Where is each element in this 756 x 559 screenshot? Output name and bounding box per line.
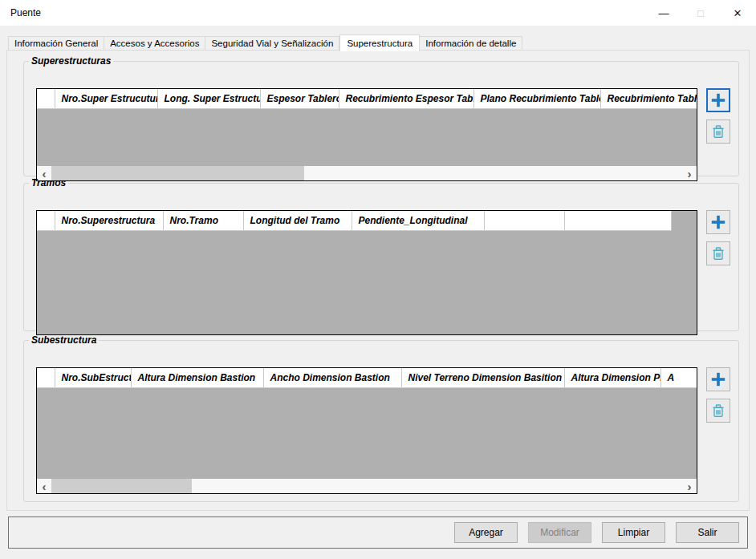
group-title: Subestructura [29, 334, 99, 346]
grid-header-row: Nro.SubEstructura Altura Dimension Basti… [37, 368, 697, 387]
group-subestructura: Subestructura Nro.SubEstructura Altura D… [23, 334, 739, 502]
plus-icon [710, 92, 726, 108]
column-header[interactable]: Altura Dimension Pila [564, 368, 660, 387]
grid-actions [706, 367, 730, 423]
footer-panel: Agregar Modificar Limpiar Salir [8, 516, 748, 549]
column-header[interactable] [484, 211, 564, 230]
column-header[interactable]: Plano Recubrimiento Tablero [474, 89, 600, 108]
grid-header-row: Nro.Superestructura Nro.Tramo Longitud d… [37, 211, 671, 230]
add-row-button[interactable] [706, 367, 730, 391]
column-header[interactable]: Nro.SubEstructura [55, 368, 131, 387]
scrollbar-thumb[interactable] [51, 479, 192, 493]
row-header-corner[interactable] [37, 368, 55, 387]
grid-empty-area[interactable]: Nro.SubEstructura Altura Dimension Basti… [37, 368, 697, 479]
column-header[interactable]: Nro.Superestructura [55, 211, 163, 230]
tab-strip: Información General Accesos y Accesorios… [8, 34, 522, 51]
scroll-left-icon[interactable]: ‹ [37, 479, 51, 493]
window-title: Puente [0, 7, 41, 18]
column-header[interactable]: A [660, 368, 697, 387]
grid-empty-area[interactable]: Nro.Superestructura Nro.Tramo Longitud d… [37, 211, 697, 334]
minimize-icon[interactable]: — [645, 0, 682, 26]
superestructuras-grid[interactable]: Nro.Super Estrucutura Long. Super Estruc… [36, 88, 697, 181]
titlebar: Puente — □ ✕ [0, 0, 756, 26]
window-controls: — □ ✕ [645, 0, 756, 26]
plus-icon [710, 371, 726, 387]
plus-icon [710, 214, 726, 230]
limpiar-button[interactable]: Limpiar [602, 522, 665, 543]
row-header-corner[interactable] [37, 89, 55, 108]
column-header[interactable] [564, 211, 671, 230]
scroll-right-icon[interactable]: › [682, 479, 697, 493]
tab-informacion-general[interactable]: Información General [8, 36, 104, 51]
column-header[interactable]: Pendiente_Longitudinal [352, 211, 484, 230]
grid-header-row: Nro.Super Estrucutura Long. Super Estruc… [37, 89, 697, 108]
grid-actions [706, 210, 730, 265]
add-row-button[interactable] [706, 88, 730, 112]
delete-row-button[interactable] [706, 119, 730, 144]
group-title: Superestructuras [29, 55, 113, 67]
close-icon[interactable]: ✕ [719, 0, 756, 26]
horizontal-scrollbar[interactable]: ‹ › [37, 479, 697, 493]
tab-seguridad-vial[interactable]: Seguridad Vial y Señalización [205, 36, 339, 51]
trash-icon [710, 124, 726, 140]
tab-informacion-de-detalle[interactable]: Información de detalle [420, 36, 522, 51]
column-header[interactable]: Espesor Tablero [260, 89, 339, 108]
add-row-button[interactable] [706, 210, 730, 234]
salir-button[interactable]: Salir [676, 522, 739, 543]
column-header[interactable]: Ancho Dimension Bastion [263, 368, 401, 387]
group-superestructuras: Superestructuras Nro.Super Estrucutura L… [23, 55, 739, 176]
column-header[interactable]: Altura Dimension Bastion [131, 368, 263, 387]
tab-page-superestructura: Superestructuras Nro.Super Estrucutura L… [6, 50, 750, 511]
column-header[interactable]: Long. Super Estructura [157, 89, 260, 108]
maximize-icon: □ [682, 0, 719, 26]
column-header[interactable]: Recubrimiento Tablero [600, 89, 697, 108]
tab-superestructura[interactable]: Superestructura [339, 34, 420, 51]
trash-icon [710, 403, 726, 419]
grid-empty-area[interactable]: Nro.Super Estrucutura Long. Super Estruc… [37, 89, 697, 166]
modificar-button: Modificar [528, 522, 591, 543]
group-title: Tramos [29, 177, 68, 188]
column-header[interactable]: Nro.Super Estrucutura [55, 89, 157, 108]
tab-accesos-y-accesorios[interactable]: Accesos y Accesorios [104, 36, 205, 51]
grid-actions [706, 88, 730, 144]
column-header[interactable]: Recubrimiento Espesor Tablero [339, 89, 474, 108]
delete-row-button[interactable] [706, 399, 730, 423]
trash-icon [710, 245, 726, 261]
group-tramos: Tramos Nro.Superestructura Nro.Tramo Lon… [23, 177, 739, 331]
agregar-button[interactable]: Agregar [454, 522, 518, 543]
row-header-corner[interactable] [37, 211, 55, 230]
column-header[interactable]: Nro.Tramo [163, 211, 243, 230]
subestructura-grid[interactable]: Nro.SubEstructura Altura Dimension Basti… [36, 367, 697, 494]
tramos-grid[interactable]: Nro.Superestructura Nro.Tramo Longitud d… [36, 210, 697, 335]
column-header[interactable]: Longitud del Tramo [243, 211, 352, 230]
delete-row-button[interactable] [706, 241, 730, 265]
column-header[interactable]: Nivel Terreno Dimension Basition [401, 368, 564, 387]
